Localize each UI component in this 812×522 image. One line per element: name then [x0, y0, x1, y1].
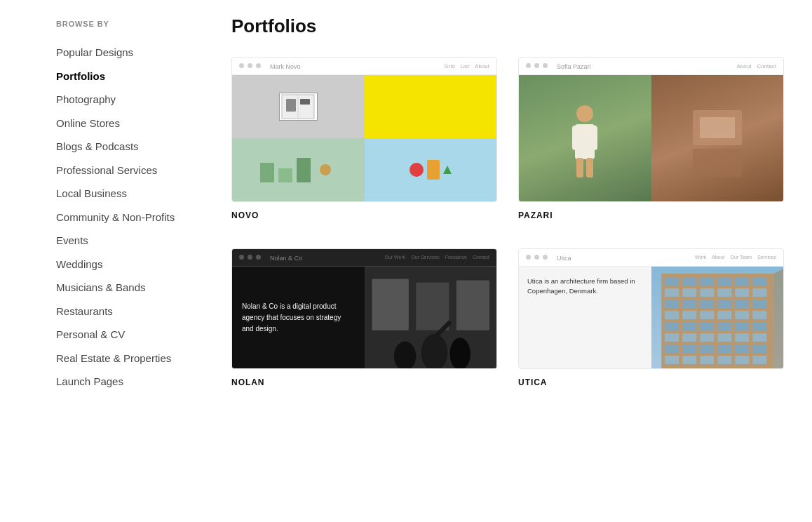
svg-rect-69 [665, 356, 679, 364]
svg-rect-58 [682, 333, 696, 342]
svg-rect-35 [700, 288, 714, 297]
card-utica[interactable]: Utica WorkAboutOur TeamServices Utica is… [518, 248, 784, 387]
svg-rect-27 [665, 277, 679, 286]
page-title: Portfolios [231, 15, 784, 37]
svg-rect-18 [372, 279, 408, 330]
sidebar: BROWSE BY Popular DesignsPortfoliosPhoto… [0, 0, 203, 522]
svg-rect-32 [752, 277, 766, 286]
svg-rect-72 [717, 356, 731, 364]
svg-rect-67 [735, 344, 749, 353]
sidebar-item-professional-services[interactable]: Professional Services [56, 159, 182, 182]
card-novo[interactable]: Mark Novo GridListAbout [231, 57, 497, 220]
svg-rect-49 [735, 311, 749, 319]
sidebar-item-portfolios[interactable]: Portfolios [56, 65, 182, 88]
svg-rect-28 [682, 277, 696, 286]
svg-rect-43 [735, 300, 749, 308]
nolan-label: NOLAN [231, 377, 497, 387]
svg-rect-36 [717, 288, 731, 297]
svg-rect-13 [586, 158, 593, 178]
svg-rect-34 [682, 288, 696, 297]
svg-rect-65 [700, 344, 714, 353]
svg-marker-75 [773, 267, 783, 368]
sidebar-item-real-estate[interactable]: Real Estate & Properties [56, 347, 182, 370]
svg-rect-47 [700, 311, 714, 319]
novo-thumbnail: Mark Novo GridListAbout [231, 57, 497, 202]
svg-rect-46 [682, 311, 696, 319]
svg-rect-15 [693, 149, 742, 177]
svg-rect-2 [286, 99, 296, 112]
svg-rect-41 [700, 300, 714, 308]
sidebar-item-events[interactable]: Events [56, 229, 182, 253]
card-pazari[interactable]: Sofia Pazari AboutContact [518, 57, 784, 220]
svg-rect-3 [300, 99, 310, 105]
pazari-thumbnail: Sofia Pazari AboutContact [518, 57, 784, 202]
svg-rect-11 [590, 126, 597, 150]
svg-rect-10 [572, 126, 579, 150]
novo-label: NOVO [231, 210, 497, 220]
svg-rect-51 [665, 322, 679, 330]
svg-point-5 [410, 163, 424, 177]
svg-rect-45 [665, 311, 679, 319]
svg-rect-68 [752, 344, 766, 353]
svg-rect-70 [682, 356, 696, 364]
svg-rect-74 [752, 356, 766, 364]
svg-rect-44 [752, 300, 766, 308]
svg-rect-42 [717, 300, 731, 308]
svg-rect-62 [752, 333, 766, 342]
svg-rect-60 [717, 333, 731, 342]
sidebar-item-popular-designs[interactable]: Popular Designs [56, 41, 182, 65]
svg-rect-26 [661, 274, 773, 368]
sidebar-item-online-stores[interactable]: Online Stores [56, 112, 182, 135]
sidebar-item-photography[interactable]: Photography [56, 88, 182, 112]
main-content: Portfolios Mark Novo GridListAbout [203, 0, 812, 522]
sidebar-item-restaurants[interactable]: Restaurants [56, 300, 182, 323]
svg-rect-55 [735, 322, 749, 330]
svg-rect-16 [700, 117, 735, 138]
svg-rect-63 [665, 344, 679, 353]
svg-rect-64 [682, 344, 696, 353]
svg-rect-19 [416, 283, 449, 330]
svg-rect-59 [700, 333, 714, 342]
page-layout: BROWSE BY Popular DesignsPortfoliosPhoto… [0, 0, 812, 522]
sidebar-item-launch-pages[interactable]: Launch Pages [56, 370, 182, 394]
svg-rect-53 [700, 322, 714, 330]
svg-rect-56 [752, 322, 766, 330]
nolan-thumbnail: Nolan & Co Our WorkOur ServicesFreelance… [231, 248, 497, 369]
svg-rect-73 [735, 356, 749, 364]
svg-point-8 [576, 105, 593, 122]
sidebar-item-community-nonprofits[interactable]: Community & Non-Profits [56, 206, 182, 229]
pazari-label: PAZARI [518, 210, 784, 220]
sidebar-item-local-business[interactable]: Local Business [56, 182, 182, 206]
svg-rect-12 [576, 158, 583, 178]
utica-label: UTICA [518, 377, 784, 387]
svg-rect-61 [735, 333, 749, 342]
svg-point-4 [320, 164, 331, 175]
sidebar-item-personal-cv[interactable]: Personal & CV [56, 323, 182, 347]
svg-rect-66 [717, 344, 731, 353]
svg-rect-29 [700, 277, 714, 286]
browse-by-label: BROWSE BY [56, 20, 182, 28]
svg-rect-57 [665, 333, 679, 342]
svg-rect-48 [717, 311, 731, 319]
svg-rect-40 [682, 300, 696, 308]
sidebar-item-musicians-bands[interactable]: Musicians & Bands [56, 276, 182, 300]
svg-rect-20 [456, 281, 489, 330]
card-nolan[interactable]: Nolan & Co Our WorkOur ServicesFreelance… [231, 248, 497, 387]
svg-rect-71 [700, 356, 714, 364]
svg-rect-38 [752, 288, 766, 297]
svg-rect-52 [682, 322, 696, 330]
svg-rect-54 [717, 322, 731, 330]
template-grid: Mark Novo GridListAbout [231, 57, 784, 387]
sidebar-item-weddings[interactable]: Weddings [56, 253, 182, 276]
sidebar-item-blogs-podcasts[interactable]: Blogs & Podcasts [56, 135, 182, 159]
svg-rect-30 [717, 277, 731, 286]
svg-rect-6 [427, 160, 440, 180]
svg-rect-31 [735, 277, 749, 286]
utica-thumbnail: Utica WorkAboutOur TeamServices Utica is… [518, 248, 784, 369]
svg-marker-7 [443, 166, 452, 174]
svg-rect-33 [665, 288, 679, 297]
svg-rect-39 [665, 300, 679, 308]
svg-rect-50 [752, 311, 766, 319]
svg-rect-37 [735, 288, 749, 297]
